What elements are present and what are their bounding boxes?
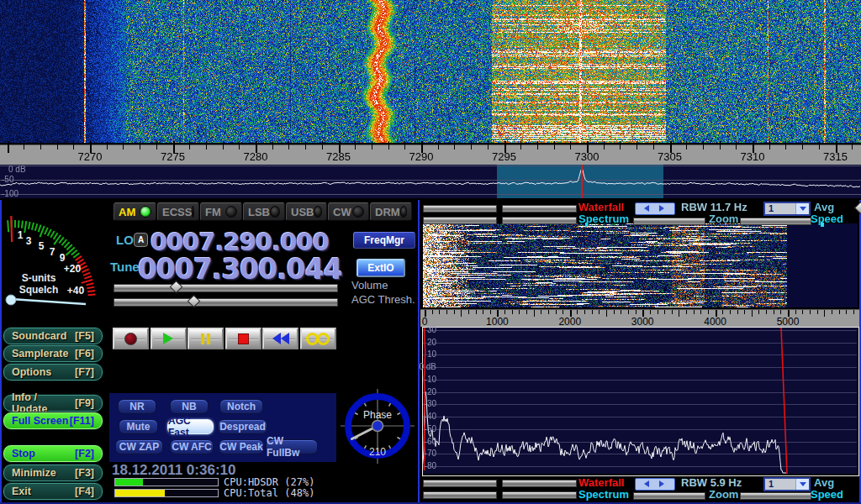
media-rewind-button[interactable] bbox=[262, 328, 298, 349]
panel_top-display-slider-0[interactable] bbox=[423, 205, 497, 213]
media-pause-button[interactable] bbox=[188, 328, 224, 349]
panel_top-avg-label: Avg bbox=[814, 201, 834, 213]
scale-tick bbox=[123, 141, 124, 150]
dsp-button-notch[interactable]: Notch bbox=[219, 399, 263, 414]
panel_bottom-display-slider-3[interactable] bbox=[502, 491, 577, 499]
panel_top-waterfall-scroll-button[interactable] bbox=[635, 202, 675, 215]
panel_top-display-slider-0-thumb[interactable] bbox=[854, 202, 861, 215]
sidebar-button-label: Exit bbox=[12, 486, 31, 497]
s-meter: 13579+20+40 S-units Squelch bbox=[2, 200, 108, 318]
loop-ring bbox=[317, 333, 330, 345]
scale-tick bbox=[577, 310, 578, 314]
lo-frequency-value[interactable]: 0007.290.000 bbox=[151, 228, 329, 256]
scale-tick bbox=[512, 310, 513, 314]
scale-tick bbox=[272, 141, 273, 150]
meter-tick bbox=[61, 239, 66, 245]
play-icon bbox=[163, 333, 173, 344]
panel_bottom-display-slider-1[interactable] bbox=[502, 480, 577, 487]
dsp-button-agc-fast[interactable]: AGC Fast bbox=[167, 419, 214, 434]
panel_bottom-display-slider-2[interactable] bbox=[423, 491, 497, 499]
chevron-down-icon bbox=[795, 203, 809, 214]
dsp-button-cw-peak[interactable]: CW Peak bbox=[219, 439, 264, 454]
audio-db-label: -40 bbox=[411, 412, 436, 421]
panel_top-speed-slider[interactable] bbox=[740, 218, 811, 225]
dsp-button-mute[interactable]: Mute bbox=[119, 419, 158, 434]
panel_top-display-slider-1[interactable] bbox=[502, 205, 577, 213]
meter-tick bbox=[54, 233, 58, 239]
panel_bottom-zoom-slider[interactable] bbox=[633, 492, 705, 500]
panel_top-display-slider-2[interactable] bbox=[423, 217, 497, 224]
rf-waterfall-display[interactable] bbox=[0, 0, 861, 143]
scale-tick bbox=[537, 141, 538, 150]
mode-button-cw[interactable]: CW bbox=[328, 202, 369, 221]
panel_bottom-avg-dropdown[interactable]: 1 bbox=[763, 477, 811, 491]
sidebar-button-options[interactable]: Options[F7] bbox=[3, 364, 103, 381]
dsp-button-cw-afc[interactable]: CW AFC bbox=[170, 439, 214, 454]
mode-button-drm[interactable]: DRM bbox=[370, 202, 412, 221]
scale-tick bbox=[722, 310, 723, 314]
scale-tick bbox=[438, 141, 439, 150]
scale-tick bbox=[554, 141, 555, 150]
agc-threshold-slider-thumb[interactable] bbox=[188, 295, 201, 308]
extio-button[interactable]: ExtIO bbox=[357, 259, 405, 277]
scale-tick bbox=[686, 310, 687, 314]
rf-frequency-scale[interactable]: 7270727572807285729072957300730573107315 bbox=[0, 144, 861, 165]
media-loop-button[interactable] bbox=[300, 328, 336, 349]
scale-tick bbox=[223, 141, 224, 150]
panel_top-display-slider-3[interactable] bbox=[502, 217, 577, 224]
phase-tick bbox=[355, 413, 357, 415]
panel_bottom-speed-slider[interactable] bbox=[740, 492, 811, 500]
panel_top-spectrum-label: Spectrum bbox=[578, 213, 629, 225]
scale-tick bbox=[57, 141, 58, 150]
squelch-needle-hub[interactable] bbox=[6, 295, 16, 305]
sidebar-button-samplerate[interactable]: Samplerate[F6] bbox=[3, 345, 103, 362]
scale-tick bbox=[156, 141, 157, 150]
freqmgr-button[interactable]: FreqMgr bbox=[353, 232, 415, 249]
dsp-button-cw-fullbw[interactable]: CW FullBw bbox=[266, 439, 318, 454]
rf-spectrum-strip[interactable] bbox=[0, 165, 861, 198]
meter-scale-label: 1 bbox=[18, 229, 24, 241]
sidebar-button-info-update[interactable]: Info / Update[F9] bbox=[3, 395, 103, 412]
rf-scale-label: 7300 bbox=[575, 150, 600, 163]
media-play-button[interactable] bbox=[151, 328, 187, 349]
sidebar-button-minimize[interactable]: Minimize[F3] bbox=[3, 465, 103, 481]
mode-button-fm[interactable]: FM bbox=[200, 202, 242, 221]
panel_bottom-waterfall-scroll-button[interactable] bbox=[635, 478, 675, 491]
mode-button-ecss[interactable]: ECSS bbox=[157, 202, 199, 221]
chevron-down-icon bbox=[795, 479, 809, 490]
lo-auto-button[interactable]: A bbox=[134, 233, 148, 247]
meter-tick bbox=[84, 276, 92, 279]
led-off-icon bbox=[270, 206, 280, 218]
panel_top-zoom-slider[interactable] bbox=[633, 218, 705, 225]
scale-tick bbox=[189, 141, 190, 150]
volume-slider[interactable] bbox=[114, 284, 338, 292]
dsp-button-despread[interactable]: Despread bbox=[218, 419, 267, 434]
audio-waterfall-display bbox=[423, 223, 858, 307]
sidebar-button-full-screen[interactable]: Full Screen[F11] bbox=[3, 412, 103, 429]
meter-tick bbox=[81, 265, 87, 269]
scale-tick bbox=[795, 310, 796, 314]
tune-frequency-value[interactable]: 0007.300.044 bbox=[138, 253, 342, 286]
squelch-needle[interactable] bbox=[11, 299, 86, 304]
scale-tick bbox=[694, 310, 695, 314]
audio-scale-label: 1000 bbox=[486, 316, 509, 328]
mode-button-lsb[interactable]: LSB bbox=[243, 202, 285, 221]
scale-tick bbox=[700, 310, 701, 314]
dsp-button-nr[interactable]: NR bbox=[118, 399, 156, 414]
volume-slider-label: Volume bbox=[351, 279, 388, 291]
panel_bottom-display-slider-0[interactable] bbox=[423, 480, 497, 487]
mode-button-am[interactable]: AM bbox=[114, 202, 156, 221]
mode-button-usb[interactable]: USB bbox=[286, 202, 327, 221]
rf-scale-label: 7315 bbox=[823, 150, 848, 163]
meter-scale-label: 9 bbox=[60, 252, 66, 264]
media-record-button[interactable] bbox=[113, 328, 149, 349]
dsp-button-nb[interactable]: NB bbox=[170, 399, 209, 414]
panel_top-avg-dropdown[interactable]: 1 bbox=[763, 202, 811, 216]
media-stop-button[interactable] bbox=[225, 328, 261, 349]
sidebar-button-exit[interactable]: Exit[F4] bbox=[3, 483, 103, 500]
sidebar-button-soundcard[interactable]: Soundcard[F5] bbox=[3, 328, 103, 344]
sidebar-button-stop[interactable]: Stop[F2] bbox=[3, 445, 103, 462]
agc-threshold-slider[interactable] bbox=[114, 298, 338, 307]
scale-tick bbox=[620, 141, 621, 150]
dsp-button-cw-zap[interactable]: CW ZAP bbox=[115, 439, 163, 454]
